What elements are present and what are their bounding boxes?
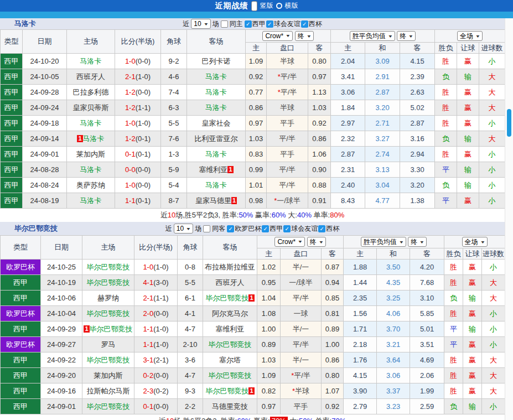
- avg-stage-select[interactable]: 终▼: [397, 31, 416, 41]
- team-label: 巴列卡诺: [202, 57, 231, 65]
- same-venue-checkbox[interactable]: [221, 20, 228, 28]
- half-time-score: (3-0): [153, 278, 168, 287]
- team-label: 马洛卡: [80, 196, 102, 205]
- radio-horizontal-label[interactable]: 横版: [285, 1, 298, 11]
- scope-select[interactable]: 全场▼: [457, 31, 483, 41]
- same-venue-label: 同主: [230, 19, 243, 29]
- score-cell: 2-3(0-2): [134, 383, 178, 399]
- avg-stage-select[interactable]: 终▼: [408, 237, 427, 247]
- odds-source-select[interactable]: Crow*▼: [262, 31, 293, 41]
- team-label: 拉斯帕尔马斯: [87, 387, 130, 395]
- chevron-down-icon: ▼: [318, 240, 324, 244]
- league-checkbox[interactable]: ✓: [301, 20, 308, 28]
- team-label: 马洛卡: [80, 119, 102, 127]
- half-time-score: (0-0): [153, 371, 168, 380]
- team-label: 奥萨苏纳: [76, 181, 105, 189]
- team-label: 罗马: [101, 340, 116, 349]
- date-cell: 24-10-20: [23, 54, 67, 69]
- radio-vertical-layout[interactable]: [251, 1, 257, 11]
- avg-draw-cell: 2.91: [365, 69, 400, 85]
- away-team-cell: 马洛卡: [187, 69, 246, 85]
- handicap-result-cell: 赢: [463, 368, 482, 383]
- team-label: 西班牙人: [216, 278, 245, 287]
- home-team-cell: 1马洛卡: [67, 131, 115, 147]
- result-cell: 平: [444, 337, 463, 352]
- avg-draw-cell: 3.04: [365, 178, 400, 193]
- avg-draw-cell: 3.13: [365, 162, 400, 178]
- full-time-score: 0-2: [143, 371, 153, 380]
- league-cell: 西甲: [1, 131, 23, 147]
- scrollbar-track[interactable]: [505, 18, 513, 420]
- date-cell: 24-08-24: [23, 178, 67, 193]
- score-cell: 1-0(1-0): [115, 116, 161, 131]
- match-row: 西甲24-09-28巴拉多利德1-2(0-0)7-4马洛卡0.77*平/半1.1…: [1, 85, 505, 100]
- half-time-score: (0-0): [136, 88, 151, 96]
- league-cell: 西甲: [1, 85, 23, 100]
- result-cell: 胜: [444, 260, 463, 275]
- avg-draw-cell: 3.27: [365, 131, 400, 147]
- goals-result-cell: 大: [482, 368, 505, 383]
- summary-segment: 单率:: [312, 211, 330, 219]
- avg-away-cell: 2.63: [400, 85, 435, 100]
- league-checkbox[interactable]: ✓: [266, 20, 273, 28]
- goals-result-cell: 大: [482, 352, 505, 368]
- odds-source-select[interactable]: Crow*▼: [274, 237, 305, 247]
- odds-stage-select[interactable]: 终▼: [307, 237, 326, 247]
- same-venue-checkbox[interactable]: [203, 225, 210, 232]
- league-cell: 西甲: [1, 322, 41, 337]
- odds-away-cell: 0.86: [308, 131, 331, 147]
- odds-group-header: Crow*▼ 终▼: [257, 236, 344, 248]
- corner-cell: 4-6: [161, 69, 187, 85]
- odds-stage-select[interactable]: 终▼: [295, 31, 314, 41]
- league-checkbox[interactable]: ✓: [245, 20, 252, 28]
- avg-away-cell: 2.94: [400, 147, 435, 162]
- league-checkbox[interactable]: ✓: [262, 225, 269, 232]
- match-count-select[interactable]: 10▼: [191, 19, 210, 29]
- avg-draw-cell: 2.74: [365, 147, 400, 162]
- scope-select[interactable]: 全场▼: [462, 237, 488, 247]
- avg-home-cell: 2.40: [331, 178, 365, 193]
- away-team-cell: 塞尔塔: [203, 352, 257, 368]
- full-time-score: 1-0: [143, 263, 153, 271]
- league-checkbox[interactable]: ✓: [283, 225, 291, 232]
- home-team-cell: 罗马: [82, 337, 134, 352]
- league-filter-group: ✓西甲✓球会友谊✓西杯: [245, 19, 322, 29]
- col-avg-draw: 和: [377, 248, 410, 260]
- avg-home-cell: 3.41: [331, 69, 365, 85]
- scrollbar-thumb[interactable]: [507, 109, 511, 137]
- goals-result-cell: 大: [479, 69, 505, 85]
- summary-segment: 60%: [272, 211, 286, 219]
- avg-draw-cell: 3.09: [365, 54, 400, 69]
- date-cell: 24-09-01: [41, 399, 82, 414]
- team-label: 阿尔克马尔: [212, 309, 248, 318]
- team-label: 莱加内斯: [76, 150, 105, 158]
- handicap-line-cell: *平/半: [267, 69, 308, 85]
- col-type: 类型: [1, 236, 41, 260]
- team-label: 马德里竞技: [212, 402, 248, 411]
- home-team-cell: 奥萨苏纳: [67, 178, 115, 193]
- avg-home-cell: 3.06: [331, 85, 365, 100]
- league-cell: 欧罗巴杯: [1, 306, 41, 322]
- match-row: 西甲24-09-16拉斯帕尔马斯2-3(0-2)9-3毕尔巴鄂竞技10.82*半…: [1, 383, 505, 399]
- chevron-down-icon: ▼: [408, 34, 414, 38]
- avg-source-select[interactable]: 胜平负均值▼: [361, 237, 406, 247]
- match-count-select[interactable]: 10▼: [174, 224, 193, 234]
- radio-vertical-label[interactable]: 竖版: [260, 1, 273, 11]
- league-checkbox[interactable]: ✓: [227, 225, 234, 232]
- result-cell: 负: [444, 291, 463, 306]
- half-time-score: (0-1): [136, 134, 151, 143]
- league-checkbox[interactable]: ✓: [318, 225, 325, 232]
- avg-home-cell: 8.43: [331, 193, 365, 209]
- avg-source-select[interactable]: 胜平负均值▼: [350, 31, 395, 41]
- summary-segment: 10: [166, 417, 174, 420]
- result-cell: 胜: [435, 85, 457, 100]
- full-time-score: 1-1: [125, 196, 136, 205]
- avg-away-cell: 3.20: [400, 178, 435, 193]
- avg-home-cell: 3.90: [344, 383, 377, 399]
- col-home: 主场: [67, 30, 115, 54]
- date-cell: 24-09-18: [23, 116, 67, 131]
- handicap-result-cell: 赢: [457, 54, 479, 69]
- radio-horizontal-layout[interactable]: [276, 3, 282, 9]
- match-row: 西甲24-09-141马洛卡1-2(0-1)7-6比利亚雷亚尔1.03平/半0.…: [1, 131, 505, 147]
- result-cell: 负: [435, 178, 457, 193]
